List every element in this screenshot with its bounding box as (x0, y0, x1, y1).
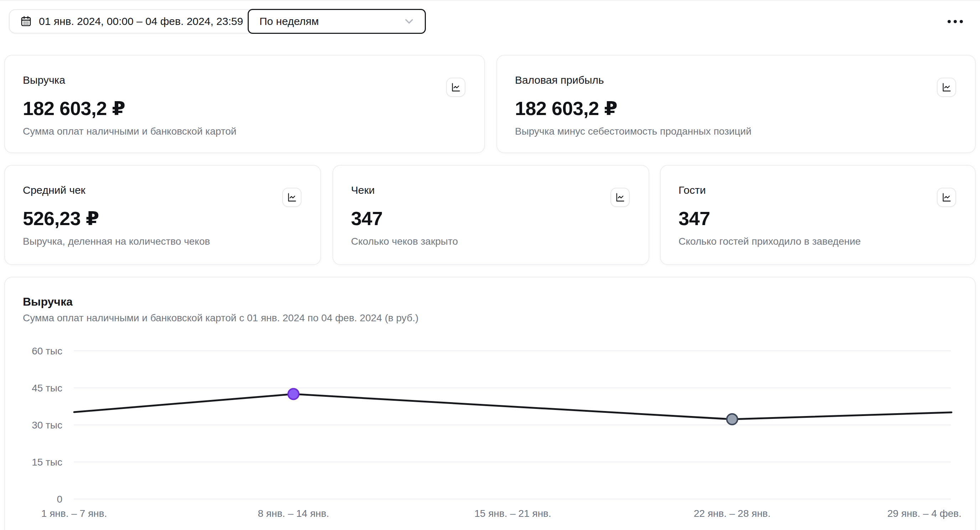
line-chart-icon (942, 82, 951, 92)
kpi-chart-toggle-button[interactable] (282, 188, 301, 207)
kpi-card-revenue: Выручка 182 603,2 ₽ Сумма оплат наличным… (4, 55, 485, 153)
line-chart-icon (451, 82, 461, 92)
revenue-chart-card: Выручка Сумма оплат наличными и банковск… (4, 277, 976, 530)
line-chart-icon (287, 192, 297, 202)
kpi-subtitle: Выручка, деленная на количество чеков (23, 236, 210, 247)
y-axis-tick-label: 0 (57, 494, 62, 505)
chevron-down-icon (403, 15, 415, 28)
calendar-icon (20, 16, 32, 27)
granularity-select[interactable]: По неделям (248, 9, 426, 34)
x-axis-tick-label: 1 янв. – 7 янв. (41, 508, 107, 519)
kpi-subtitle: Выручка минус себестоимость проданных по… (515, 126, 752, 137)
chart-subtitle: Сумма оплат наличными и банковской карто… (23, 313, 418, 324)
kpi-value: 526,23 ₽ (23, 208, 99, 229)
kpi-card-gross-profit: Валовая прибыль 182 603,2 ₽ Выручка мину… (496, 55, 976, 153)
kpi-card-receipts: Чеки 347 Сколько чеков закрыто (332, 165, 649, 265)
line-chart-icon (942, 192, 951, 202)
y-axis-tick-label: 15 тыс (32, 457, 62, 468)
x-axis-tick-label: 22 янв. – 28 янв. (694, 508, 771, 519)
kpi-subtitle: Сколько гостей приходило в заведение (679, 236, 861, 247)
kpi-value: 347 (679, 208, 710, 229)
kpi-value: 182 603,2 ₽ (515, 98, 617, 119)
y-axis-tick-label: 30 тыс (32, 420, 62, 431)
line-chart-icon (615, 192, 625, 202)
x-axis-tick-label: 8 янв. – 14 янв. (258, 508, 329, 519)
chart-data-point-marker[interactable] (727, 414, 738, 425)
kpi-subtitle: Сумма оплат наличными и банковской карто… (23, 126, 236, 137)
kpi-subtitle: Сколько чеков закрыто (351, 236, 458, 247)
kpi-chart-toggle-button[interactable] (611, 188, 630, 207)
kpi-chart-toggle-button[interactable] (937, 188, 956, 207)
kpi-value: 347 (351, 208, 383, 229)
kpi-card-guests: Гости 347 Сколько гостей приходило в зав… (660, 165, 976, 265)
kpi-chart-toggle-button[interactable] (446, 78, 465, 97)
revenue-line-chart: 60 тыс45 тыс30 тыс15 тыс01 янв. – 7 янв.… (5, 335, 977, 530)
kpi-title: Выручка (23, 74, 65, 86)
ellipsis-icon (948, 20, 963, 23)
kpi-title: Гости (679, 184, 706, 196)
kpi-card-average-check: Средний чек 526,23 ₽ Выручка, деленная н… (4, 165, 321, 265)
kpi-chart-toggle-button[interactable] (937, 78, 956, 97)
date-range-label: 01 янв. 2024, 00:00 – 04 фев. 2024, 23:5… (39, 15, 243, 27)
revenue-series-line (74, 394, 951, 419)
kpi-title: Средний чек (23, 184, 86, 196)
x-axis-tick-label: 29 янв. – 4 фев. (887, 508, 961, 519)
more-options-button[interactable] (941, 12, 969, 31)
x-axis-tick-label: 15 янв. – 21 янв. (474, 508, 551, 519)
page-top-divider (0, 0, 980, 1)
granularity-value: По неделям (259, 15, 319, 27)
y-axis-tick-label: 60 тыс (32, 346, 62, 357)
y-axis-tick-label: 45 тыс (32, 382, 62, 394)
kpi-title: Чеки (351, 184, 375, 196)
date-range-picker[interactable]: 01 янв. 2024, 00:00 – 04 фев. 2024, 23:5… (9, 9, 255, 33)
chart-data-point-marker[interactable] (288, 389, 299, 399)
chart-title: Выручка (23, 295, 73, 308)
kpi-title: Валовая прибыль (515, 74, 604, 86)
kpi-value: 182 603,2 ₽ (23, 98, 125, 119)
